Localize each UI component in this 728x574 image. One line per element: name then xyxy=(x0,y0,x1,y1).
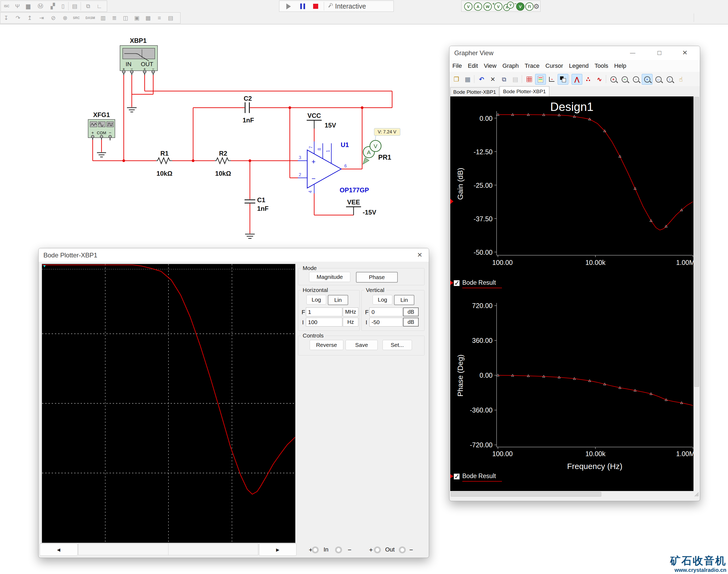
motor-machine-icon[interactable]: Ⓜ xyxy=(36,1,45,11)
menu-help[interactable]: Help xyxy=(611,60,629,72)
vertical-final-unit[interactable]: dB xyxy=(403,308,419,316)
horizontal-initial-unit[interactable]: Hz xyxy=(343,318,358,327)
show-grid-icon[interactable] xyxy=(524,74,535,85)
menu-edit[interactable]: Edit xyxy=(465,60,481,72)
paste-icon[interactable]: ▤ xyxy=(510,74,521,85)
run-to-cursor-icon[interactable]: ⇥ xyxy=(37,13,46,23)
isc-icon[interactable]: ISC xyxy=(2,1,11,11)
scroll-left-button[interactable]: ◀ xyxy=(40,543,78,556)
open-icon[interactable]: ❐ xyxy=(451,74,462,85)
step-into-icon[interactable]: ↧ xyxy=(1,13,11,23)
close-icon[interactable]: ✕ xyxy=(679,48,690,57)
zoom-horizontal-icon[interactable]: ↔ xyxy=(653,74,664,85)
close-icon[interactable]: ✕ xyxy=(414,250,425,259)
horizontal-final-input[interactable]: 1 xyxy=(306,308,342,316)
maximize-icon[interactable]: □ xyxy=(654,48,665,57)
horizontal-scrollbar[interactable] xyxy=(450,491,693,497)
trace-visible-checkbox[interactable] xyxy=(454,474,459,480)
trace-bode-result[interactable] xyxy=(42,265,295,494)
horizontal-final-unit[interactable]: MHz xyxy=(343,308,358,316)
show-points-icon[interactable]: ∴ xyxy=(583,74,594,85)
in-minus-terminal[interactable] xyxy=(335,546,342,554)
delete-icon[interactable]: ✕ xyxy=(487,74,498,85)
set-button[interactable]: Set... xyxy=(382,340,412,350)
trace-bode-result[interactable] xyxy=(498,375,693,406)
bode-plotter-screen[interactable] xyxy=(42,264,295,543)
horizontal-lin-button[interactable]: Lin xyxy=(328,295,348,305)
machine-icon[interactable]: ▞ xyxy=(48,1,57,11)
graph-properties-icon[interactable]: ⌁ xyxy=(547,74,557,85)
vertical-initial-input[interactable]: -50 xyxy=(369,318,403,327)
source-view-icon[interactable]: SRC xyxy=(71,13,82,23)
voltage-probe-icon[interactable]: V xyxy=(464,2,473,11)
plc-module-icon[interactable]: ▆ xyxy=(23,1,33,11)
memory-view-icon[interactable]: ▥ xyxy=(98,13,108,23)
trace-bode-result[interactable] xyxy=(498,115,693,230)
digital-probe-icon[interactable]: Π xyxy=(525,2,533,11)
show-select-marks-icon[interactable]: ⋀ xyxy=(572,74,582,85)
menu-legend[interactable]: Legend xyxy=(566,60,592,72)
scroll-right-button[interactable]: ▶ xyxy=(259,543,296,556)
menu-cursor[interactable]: Cursor xyxy=(542,60,566,72)
listing-view-icon[interactable]: ≣ xyxy=(110,13,119,23)
save-button[interactable]: Save xyxy=(346,340,378,350)
vertical-initial-unit[interactable]: dB xyxy=(403,318,419,327)
zoom-area-icon[interactable]: ▪ xyxy=(642,74,652,85)
zoom-in-icon[interactable]: + xyxy=(608,74,619,85)
vertical-final-input[interactable]: 0 xyxy=(369,308,403,316)
trace-view-icon[interactable]: ▤ xyxy=(166,13,175,23)
horizontal-log-button[interactable]: Log xyxy=(307,295,326,304)
disassembly-view-icon[interactable]: DASM xyxy=(83,13,97,23)
gain-plot[interactable] xyxy=(494,111,694,257)
remove-breaks-icon[interactable]: ⊗ xyxy=(60,13,70,23)
voltage-negative-probe-icon[interactable]: V xyxy=(516,2,524,11)
hierarchical-block-icon[interactable]: ⧉ xyxy=(83,1,93,11)
step-over-icon[interactable]: ↷ xyxy=(13,13,23,23)
zoom-vertical-icon[interactable]: ↕ xyxy=(664,74,675,85)
vertical-scrollbar[interactable] xyxy=(693,96,699,491)
probe-settings-icon[interactable]: ⚙ xyxy=(533,2,539,11)
xfg1-instrument[interactable]: XFG1 + COM − xyxy=(88,111,115,138)
tab-bode-plotter-xbp1-2[interactable]: Bode Plotter-XBP1 xyxy=(499,86,549,96)
bode-plotter-titlebar[interactable]: Bode Plotter-XBP1 ✕ xyxy=(39,248,429,262)
voltage-reference-probe-icon[interactable]: V xyxy=(494,2,502,11)
menu-file[interactable]: File xyxy=(449,60,465,72)
out-minus-terminal[interactable] xyxy=(399,546,406,554)
reverse-button[interactable]: Reverse xyxy=(310,340,343,350)
magnitude-button[interactable]: Magnitude xyxy=(309,272,350,282)
phase-button[interactable]: Phase xyxy=(356,272,398,283)
antenna-icon[interactable]: Ψ xyxy=(12,1,22,11)
grapher-titlebar[interactable]: Grapher View — □ ✕ xyxy=(449,46,700,60)
voltage-and-current-probe-icon[interactable]: V xyxy=(507,2,514,9)
menu-tools[interactable]: Tools xyxy=(592,60,611,72)
stop-simulation-button[interactable] xyxy=(313,4,318,9)
tab-bode-plotter-xbp1-1[interactable]: Bode Plotter-XBP1 xyxy=(450,87,499,96)
interactive-dropdown[interactable]: Interactive xyxy=(335,2,366,10)
xbp1-instrument[interactable]: XBP1 IN OUT + − + − xyxy=(120,37,158,73)
pause-at-icon[interactable]: ⊘ xyxy=(48,13,58,23)
show-lines-icon[interactable]: ∿ xyxy=(594,74,605,85)
menu-graph[interactable]: Graph xyxy=(499,60,522,72)
capacitor-c1[interactable] xyxy=(245,200,255,203)
out-plus-terminal[interactable] xyxy=(374,546,381,554)
memory-grid-icon[interactable]: ▩ xyxy=(143,13,153,23)
mcu-icon[interactable]: ▤ xyxy=(70,1,80,11)
in-plus-terminal[interactable] xyxy=(312,546,319,554)
resistor-r1[interactable] xyxy=(156,158,172,164)
zoom-out-icon[interactable]: − xyxy=(619,74,630,85)
power-probe-icon[interactable]: W xyxy=(483,2,492,11)
zoom-restore-icon[interactable]: ▫ xyxy=(631,74,641,85)
watch-view-icon[interactable]: ◫ xyxy=(121,13,130,23)
current-probe-icon[interactable]: A xyxy=(474,2,482,11)
undo-icon[interactable]: ↶ xyxy=(476,74,487,85)
copy-icon[interactable]: ⧉ xyxy=(499,74,510,85)
vertical-log-button[interactable]: Log xyxy=(373,295,392,304)
minimize-icon[interactable]: — xyxy=(627,48,638,57)
overlay-traces-icon[interactable] xyxy=(558,74,568,85)
show-legend-icon[interactable] xyxy=(535,74,546,85)
pan-icon[interactable]: ☝ xyxy=(676,74,686,85)
frequency-scrollbar[interactable] xyxy=(78,543,258,555)
wire[interactable] xyxy=(93,75,392,234)
resistor-r2[interactable] xyxy=(215,158,231,164)
run-simulation-button[interactable] xyxy=(286,3,291,9)
